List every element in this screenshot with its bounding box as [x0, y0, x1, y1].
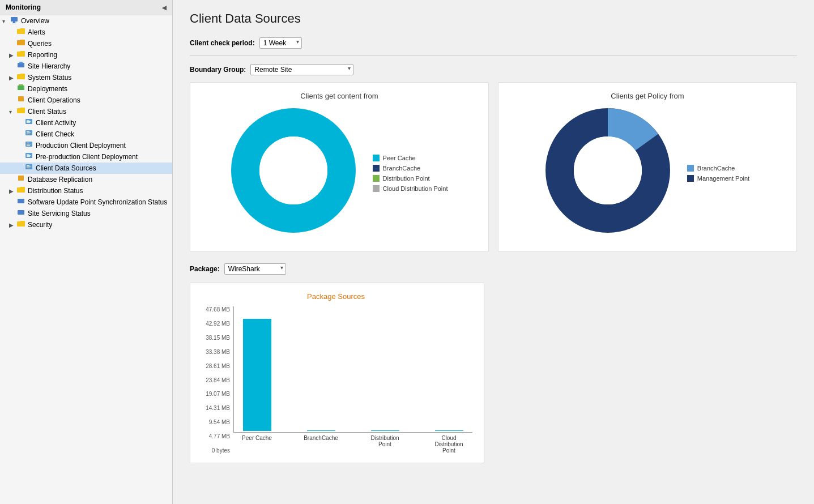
- svg-rect-7: [18, 96, 24, 101]
- legend-peer-cache: Peer Cache: [373, 155, 448, 161]
- svg-rect-5: [18, 86, 24, 90]
- sidebar-item-client-operations[interactable]: Client Operations: [0, 95, 172, 106]
- content-donut-svg: 100.0%: [231, 108, 356, 233]
- package-select-wrapper[interactable]: WireShark Other Package: [224, 263, 286, 275]
- svg-rect-28: [18, 176, 24, 181]
- sidebar: Monitoring ◀ ▾Overview Alerts Queries▶Re…: [0, 0, 173, 504]
- sidebar-item-site-hierarchy[interactable]: Site Hierarchy: [0, 61, 172, 72]
- label-site-servicing-status: Site Servicing Status: [28, 210, 91, 217]
- sidebar-item-reporting[interactable]: ▶Reporting: [0, 49, 172, 61]
- label-system-status: System Status: [28, 74, 71, 82]
- y-label-7: 33.38 MB: [199, 349, 230, 355]
- expander-security[interactable]: ▶: [9, 222, 16, 228]
- sidebar-header: Monitoring ◀: [0, 0, 172, 15]
- tree-container: ▾Overview Alerts Queries▶Reporting Site …: [0, 15, 172, 230]
- label-client-data-sources: Client Data Sources: [36, 164, 96, 172]
- x-label-peer-cache: Peer Cache: [233, 435, 280, 454]
- svg-rect-13: [27, 131, 29, 132]
- boundary-group-select[interactable]: Remote Site Default Site Boundary Group: [250, 64, 353, 75]
- sidebar-item-queries[interactable]: Queries: [0, 38, 172, 49]
- client-check-period-wrapper[interactable]: 1 Week 2 Weeks 1 Month: [259, 37, 302, 49]
- sidebar-item-pre-production-client-deployment[interactable]: Pre-production Client Deployment: [0, 151, 172, 163]
- bar-chart-title: Package Sources: [199, 292, 472, 301]
- bar-distribution-point: [371, 430, 399, 431]
- sidebar-item-distribution-status[interactable]: ▶Distribution Status: [0, 185, 172, 197]
- bars-area: Peer Cache BranchCache DistributionPoint…: [233, 306, 472, 454]
- client-check-period-label: Client check period:: [190, 39, 255, 47]
- expander-reporting[interactable]: ▶: [9, 52, 16, 58]
- legend-cloud-distribution-label: Cloud Distribution Point: [383, 185, 448, 192]
- sidebar-item-alerts[interactable]: Alerts: [0, 27, 172, 38]
- client-check-period-select[interactable]: 1 Week 2 Weeks 1 Month: [259, 37, 302, 49]
- legend-peer-cache-swatch: [373, 155, 380, 161]
- label-security: Security: [28, 221, 52, 229]
- content-chart-inner: 100.0% Peer Cache BranchCache Distributi…: [199, 108, 479, 238]
- policy-chart-title: Clients get Policy from: [611, 92, 684, 100]
- sidebar-item-database-replication[interactable]: Database Replication: [0, 174, 172, 185]
- svg-rect-15: [27, 134, 30, 134]
- policy-donut: 100.0%: [545, 108, 676, 238]
- client-check-period-row: Client check period: 1 Week 2 Weeks 1 Mo…: [190, 37, 797, 49]
- x-label-distribution-point: DistributionPoint: [361, 435, 408, 454]
- sidebar-collapse-button[interactable]: ◀: [162, 5, 167, 11]
- legend-distribution-point-label: Distribution Point: [383, 175, 430, 182]
- y-label-3: 14.31 MB: [199, 405, 230, 411]
- svg-rect-22: [27, 155, 31, 156]
- icon-security: [17, 220, 26, 229]
- svg-rect-10: [27, 121, 31, 122]
- label-production-client-deployment: Production Client Deployment: [36, 142, 126, 150]
- label-pre-production-client-deployment: Pre-production Client Deployment: [36, 153, 138, 161]
- svg-rect-26: [27, 166, 31, 167]
- svg-rect-25: [27, 165, 29, 166]
- sidebar-item-deployments[interactable]: Deployments: [0, 83, 172, 95]
- page-title: Client Data Sources: [190, 11, 797, 26]
- sidebar-item-client-data-sources[interactable]: Client Data Sources: [0, 163, 172, 174]
- boundary-group-row: Boundary Group: Remote Site Default Site…: [190, 64, 797, 75]
- x-labels: Peer Cache BranchCache DistributionPoint…: [233, 433, 472, 454]
- sidebar-item-software-update-point-sync[interactable]: Software Update Point Synchronization St…: [0, 197, 172, 208]
- sidebar-item-production-client-deployment[interactable]: Production Client Deployment: [0, 140, 172, 151]
- sidebar-item-overview[interactable]: ▾Overview: [0, 15, 172, 27]
- y-label-8: 38.15 MB: [199, 335, 230, 341]
- package-select[interactable]: WireShark Other Package: [224, 263, 286, 275]
- icon-overview: [10, 16, 19, 25]
- y-label-4: 19.07 MB: [199, 391, 230, 397]
- svg-rect-3: [18, 63, 24, 67]
- sidebar-item-client-activity[interactable]: Client Activity: [0, 117, 172, 129]
- svg-rect-30: [18, 210, 24, 215]
- sidebar-item-site-servicing-status[interactable]: Site Servicing Status: [0, 208, 172, 219]
- expander-overview[interactable]: ▾: [2, 18, 9, 24]
- label-database-replication: Database Replication: [28, 176, 92, 183]
- content-donut: 100.0%: [231, 108, 361, 238]
- sidebar-item-client-status[interactable]: ▾Client Status: [0, 106, 172, 117]
- svg-rect-19: [27, 145, 30, 146]
- icon-system-status: [17, 73, 26, 82]
- main-content: Client Data Sources Client check period:…: [173, 0, 814, 504]
- label-overview: Overview: [21, 17, 49, 25]
- sidebar-item-security[interactable]: ▶Security: [0, 219, 172, 230]
- sidebar-item-client-check[interactable]: Client Check: [0, 129, 172, 140]
- icon-deployments: [17, 84, 26, 93]
- label-client-activity: Client Activity: [36, 119, 76, 127]
- icon-client-check: [25, 130, 34, 139]
- svg-rect-2: [12, 23, 16, 23]
- boundary-group-wrapper[interactable]: Remote Site Default Site Boundary Group: [250, 64, 353, 75]
- y-label-0: 0 bytes: [199, 447, 230, 454]
- bars-container: [233, 306, 472, 433]
- policy-donut-svg: 100.0%: [545, 108, 670, 233]
- bar-peer-cache: [243, 319, 271, 431]
- bar-chart-card: Package Sources 0 bytes 4.77 MB 9.54 MB …: [190, 283, 484, 463]
- bar-group-branch-cache: [298, 430, 345, 431]
- icon-site-servicing-status: [17, 209, 26, 218]
- expander-system-status[interactable]: ▶: [9, 75, 16, 81]
- expander-distribution-status[interactable]: ▶: [9, 188, 16, 194]
- label-reporting: Reporting: [28, 51, 57, 59]
- package-row: Package: WireShark Other Package: [190, 263, 797, 275]
- icon-client-status: [17, 107, 26, 116]
- content-chart-card: Clients get content from 100.0% Peer Cac…: [190, 82, 489, 252]
- label-client-check: Client Check: [36, 130, 74, 138]
- sidebar-item-system-status[interactable]: ▶System Status: [0, 72, 172, 83]
- expander-client-status[interactable]: ▾: [9, 109, 16, 115]
- content-chart-title: Clients get content from: [300, 92, 378, 100]
- legend-branch-cache-label: BranchCache: [383, 165, 421, 172]
